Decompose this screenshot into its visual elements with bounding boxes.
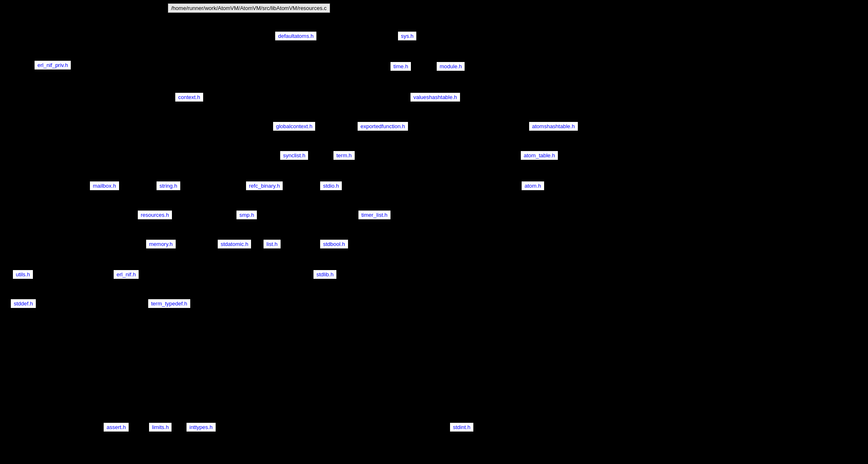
svg-line-48 [161,249,169,300]
edges-layer [0,0,868,464]
svg-line-51 [23,279,23,300]
svg-line-2 [53,13,249,61]
node-term_typedef[interactable]: term_typedef.h [148,299,191,308]
node-utils[interactable]: utils.h [12,270,33,279]
svg-line-24 [344,131,383,151]
svg-line-54 [201,423,462,432]
svg-line-30 [161,160,344,240]
svg-line-3 [189,13,249,93]
svg-line-28 [264,160,344,182]
node-atom_table[interactable]: atom_table.h [520,151,558,160]
svg-line-61 [264,191,462,423]
svg-line-46 [272,220,375,240]
svg-line-21 [294,131,540,151]
dependency-graph: /home/runner/work/AtomVM/AtomVM/src/libA… [0,0,868,464]
node-stdlib[interactable]: stdlib.h [313,270,337,279]
svg-line-9 [53,70,127,270]
node-globalcontext[interactable]: globalcontext.h [273,122,316,131]
svg-line-6 [401,41,408,62]
node-main[interactable]: /home/runner/work/AtomVM/AtomVM/src/libA… [168,3,330,13]
svg-line-22 [294,131,375,211]
node-atom[interactable]: atom.h [521,181,545,191]
svg-line-12 [451,71,554,122]
svg-line-10 [401,71,462,423]
svg-line-64 [169,102,189,182]
node-timer_list[interactable]: timer_list.h [358,210,391,220]
node-term[interactable]: term.h [333,151,355,160]
svg-line-14 [435,71,451,93]
svg-line-52 [126,279,169,300]
svg-line-43 [155,220,161,240]
svg-line-55 [435,102,462,423]
svg-line-59 [272,249,462,423]
node-valueshashtable[interactable]: valueshashtable.h [410,92,460,102]
svg-line-7 [407,41,451,62]
node-stdio[interactable]: stdio.h [320,181,342,191]
node-atomshashtable[interactable]: atomshashtable.h [529,122,578,131]
svg-line-5 [189,41,296,93]
node-list[interactable]: list.h [263,239,281,249]
node-erl_nif[interactable]: erl_nif.h [113,270,139,279]
svg-line-41 [155,93,189,220]
svg-line-11 [451,71,540,151]
svg-line-29 [169,160,344,182]
node-limits[interactable]: limits.h [149,422,172,432]
node-module[interactable]: module.h [436,62,465,71]
node-mailbox[interactable]: mailbox.h [90,181,119,191]
svg-line-60 [334,249,462,423]
node-resources[interactable]: resources.h [137,210,172,220]
node-smp[interactable]: smp.h [236,210,257,220]
node-memory[interactable]: memory.h [146,239,176,249]
node-context[interactable]: context.h [175,92,204,102]
node-stdint[interactable]: stdint.h [450,422,474,432]
svg-line-44 [234,220,247,240]
svg-line-8 [53,70,189,93]
svg-line-65 [23,70,53,270]
node-sys[interactable]: sys.h [398,31,417,41]
svg-line-50 [161,249,462,423]
node-inttypes[interactable]: inttypes.h [186,422,216,432]
node-synclist[interactable]: synclist.h [280,151,308,160]
node-stdatomic[interactable]: stdatomic.h [217,239,251,249]
node-assert[interactable]: assert.h [103,422,129,432]
node-stdbool[interactable]: stdbool.h [320,239,348,249]
node-time[interactable]: time.h [390,62,411,71]
svg-line-15 [189,102,294,122]
svg-line-38 [247,191,265,211]
svg-line-37 [104,191,247,211]
svg-line-49 [161,240,272,249]
node-string[interactable]: string.h [156,181,181,191]
svg-line-45 [247,220,462,423]
node-exportedfunction[interactable]: exportedfunction.h [357,122,408,131]
node-defaultatoms[interactable]: defaultatoms.h [275,31,317,41]
node-refc_binary[interactable]: refc_binary.h [246,181,283,191]
svg-line-40 [462,191,533,423]
node-stddef[interactable]: stddef.h [10,299,36,308]
node-erl_nif_priv[interactable]: erl_nif_priv.h [34,60,71,70]
svg-line-17 [104,102,189,182]
svg-line-35 [462,160,540,423]
svg-line-23 [104,131,294,182]
